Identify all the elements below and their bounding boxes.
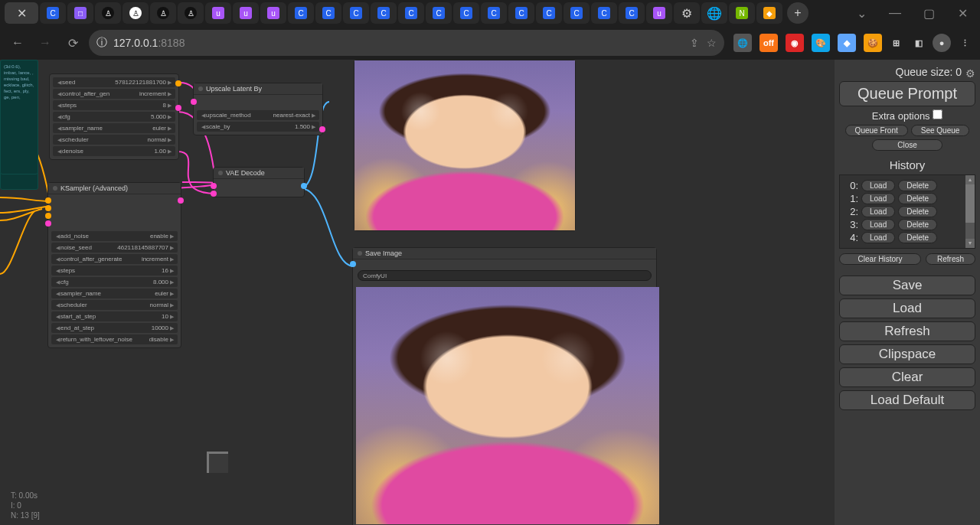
profile-icon[interactable]: ● (933, 34, 951, 52)
new-tab-button[interactable]: + (787, 2, 808, 24)
queue-front-button[interactable]: Queue Front (845, 125, 908, 136)
extension-icon[interactable]: 🍪 (864, 34, 882, 52)
node-param-row[interactable]: ◀steps16▶ (51, 266, 178, 276)
node-param-row[interactable]: ◀schedulernormal▶ (51, 300, 178, 310)
back-button[interactable]: ← (6, 31, 29, 54)
extension-icon[interactable]: ◉ (786, 34, 804, 52)
extension-icon[interactable]: 🌐 (733, 34, 752, 52)
close-window-button[interactable]: ✕ (946, 3, 978, 23)
browser-tab[interactable]: C (481, 2, 507, 24)
browser-tab[interactable]: u (205, 2, 231, 24)
browser-tab[interactable]: C (315, 2, 341, 24)
browser-tab[interactable]: C (40, 2, 66, 24)
clipspace-button[interactable]: Clipspace (839, 344, 975, 364)
filename-prefix-input[interactable] (358, 270, 652, 281)
node-param-row[interactable]: ◀schedulernormal▶ (53, 135, 175, 145)
sidepanel-icon[interactable]: ◧ (910, 34, 928, 52)
history-load-button[interactable]: Load (861, 193, 895, 204)
history-scrollbar[interactable]: ▴ ▾ (965, 175, 975, 248)
browser-tab[interactable]: C (591, 2, 617, 24)
extension-icon[interactable]: off (760, 34, 778, 52)
extension-icon[interactable]: ◆ (838, 34, 856, 52)
forward-button[interactable]: → (34, 31, 57, 54)
close-button[interactable]: Close (872, 139, 942, 151)
browser-tab[interactable]: u (260, 2, 286, 24)
share-icon[interactable]: ⇪ (690, 37, 699, 49)
browser-tab[interactable]: □ (67, 2, 93, 24)
node-param-row[interactable]: ◀sampler_nameeuler▶ (53, 123, 175, 133)
scroll-down-icon[interactable]: ▾ (965, 239, 975, 248)
browser-tab[interactable]: C (564, 2, 590, 24)
browser-tab[interactable]: N (729, 2, 755, 24)
maximize-button[interactable]: ▢ (913, 3, 945, 23)
browser-tab[interactable]: u (233, 2, 259, 24)
history-load-button[interactable]: Load (861, 219, 895, 230)
history-delete-button[interactable]: Delete (898, 219, 937, 230)
comfyui-canvas[interactable]: ing stilled, RAW, soft urred d happy pho… (0, 60, 835, 525)
browser-tab[interactable]: ♙ (95, 2, 121, 24)
upscale-latent-node[interactable]: Upscale Latent By ◀upscale_methodnearest… (193, 83, 323, 135)
minimap[interactable] (207, 452, 228, 473)
refresh-button[interactable]: Refresh (839, 321, 975, 341)
node-param-row[interactable]: ◀control_after_genincrement▶ (53, 89, 175, 99)
clear-history-button[interactable]: Clear History (839, 253, 921, 265)
browser-tab[interactable]: 🌐 (701, 2, 727, 24)
browser-tab[interactable]: C (343, 2, 369, 24)
site-info-icon[interactable]: ⓘ (96, 36, 107, 50)
node-param-row[interactable]: ◀cfg8.000▶ (51, 277, 178, 287)
scroll-up-icon[interactable]: ▴ (965, 175, 975, 184)
preview-image-node[interactable] (354, 60, 576, 231)
node-param-row[interactable]: ◀end_at_step10000▶ (51, 323, 178, 333)
browser-tab[interactable]: C (288, 2, 314, 24)
node-param-row[interactable]: ◀cfg5.000▶ (53, 112, 175, 122)
minimize-button[interactable]: — (879, 3, 911, 23)
node-param-row[interactable]: ◀noise_seed462118145887707▶ (51, 243, 178, 253)
history-load-button[interactable]: Load (861, 232, 895, 243)
node-param-row[interactable]: ◀start_at_step10▶ (51, 311, 178, 321)
history-delete-button[interactable]: Delete (898, 206, 937, 217)
extensions-menu-icon[interactable]: ⊞ (887, 34, 905, 52)
negative-prompt-node[interactable]: (3d:0.6), imbac, lance, , missing bad, e… (0, 60, 38, 174)
vae-decode-node[interactable]: VAE Decode (213, 167, 305, 197)
browser-tab[interactable]: C (508, 2, 534, 24)
load-default-button[interactable]: Load Default (839, 390, 975, 410)
see-queue-button[interactable]: See Queue (911, 125, 970, 136)
browser-tab[interactable]: C (426, 2, 452, 24)
node-param-row[interactable]: ◀add_noiseenable▶ (51, 231, 178, 241)
browser-tab[interactable]: ♙ (178, 2, 204, 24)
dropdown-icon[interactable]: ⌄ (845, 3, 877, 23)
browser-tab[interactable]: C (619, 2, 645, 24)
queue-prompt-button[interactable]: Queue Prompt (839, 81, 975, 106)
browser-tab[interactable]: u (646, 2, 672, 24)
browser-tab[interactable]: ⚙ (674, 2, 700, 24)
node-param-row[interactable]: ◀denoise1.00▶ (53, 146, 175, 156)
save-button[interactable]: Save (839, 276, 975, 295)
refresh-history-button[interactable]: Refresh (926, 253, 975, 265)
node-param-row[interactable]: ◀return_with_leftover_noisedisable▶ (51, 334, 178, 344)
address-bar[interactable]: ⓘ 127.0.0.1:8188 ⇪ ☆ (89, 30, 724, 56)
browser-tab[interactable]: ✕ (5, 2, 38, 24)
extension-icon[interactable]: 🎨 (812, 34, 830, 52)
history-delete-button[interactable]: Delete (898, 193, 937, 204)
load-button[interactable]: Load (839, 298, 975, 318)
reload-button[interactable]: ⟳ (61, 31, 84, 54)
history-load-button[interactable]: Load (861, 206, 895, 217)
node-param-row[interactable]: ◀sampler_nameeuler▶ (51, 289, 178, 298)
scroll-thumb[interactable] (965, 184, 975, 223)
history-load-button[interactable]: Load (861, 180, 895, 191)
history-delete-button[interactable]: Delete (898, 180, 937, 191)
browser-tab[interactable]: C (453, 2, 479, 24)
browser-tab[interactable]: C (371, 2, 397, 24)
clear-button[interactable]: Clear (839, 367, 975, 387)
extra-options-checkbox[interactable] (933, 109, 942, 119)
gear-icon[interactable]: ⚙ (965, 67, 975, 80)
browser-tab[interactable]: C (398, 2, 424, 24)
node-param-row[interactable]: ◀upscale_methodnearest-exact▶ (197, 110, 319, 120)
ksampler-advanced-node[interactable]: KSampler (Advanced) ◀add_noiseenable▶◀no… (47, 182, 181, 348)
browser-tab[interactable]: ♙ (150, 2, 176, 24)
browser-tab[interactable]: ♙ (122, 2, 149, 24)
node-param-row[interactable]: ◀scale_by1.500▶ (197, 122, 319, 132)
history-delete-button[interactable]: Delete (898, 232, 937, 243)
node-param-row[interactable]: ◀steps8▶ (53, 100, 175, 110)
menu-icon[interactable]: ⋮ (956, 34, 974, 52)
